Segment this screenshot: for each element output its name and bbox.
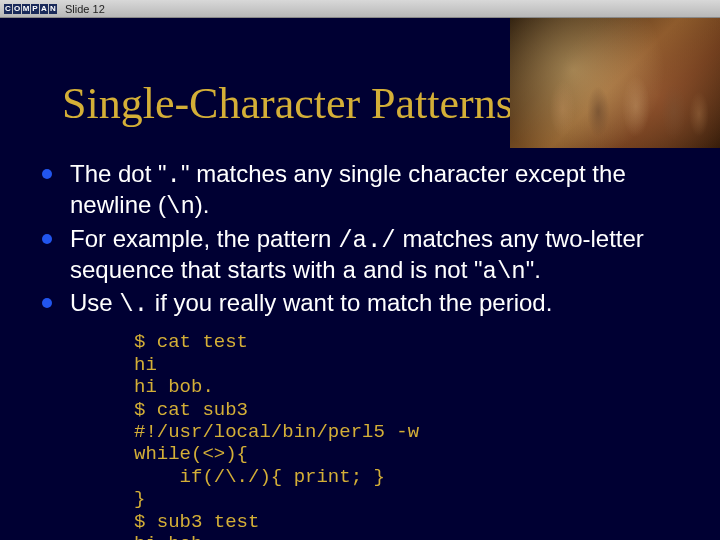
logo-letter: N [49, 4, 57, 14]
inline-code: a [342, 258, 356, 285]
logo-letter: P [31, 4, 39, 14]
logo-letter: M [22, 4, 30, 14]
decorative-painting-image [510, 18, 720, 148]
inline-code: a\n [483, 258, 526, 285]
inline-code: /a./ [338, 227, 396, 254]
inline-code: . [167, 162, 181, 189]
top-toolbar: C O M P A N Slide 12 [0, 0, 720, 18]
slide-body: The dot "." matches any single character… [0, 129, 720, 540]
text: ). [195, 191, 210, 218]
logo-letter: C [4, 4, 12, 14]
logo-letter: O [13, 4, 21, 14]
text: Use [70, 289, 119, 316]
bullet-item: Use \. if you really want to match the p… [36, 288, 692, 319]
app-logo: C O M P A N [4, 4, 57, 14]
bullet-list: The dot "." matches any single character… [36, 159, 692, 319]
text: if you really want to match the period. [148, 289, 552, 316]
text: The dot " [70, 160, 167, 187]
inline-code: \. [119, 291, 148, 318]
text: For example, the pattern [70, 225, 338, 252]
bullet-item: For example, the pattern /a./ matches an… [36, 224, 692, 287]
slide-number-label: Slide 12 [65, 3, 105, 15]
text: ". [526, 256, 541, 283]
bullet-item: The dot "." matches any single character… [36, 159, 692, 222]
logo-letter: A [40, 4, 48, 14]
text: and is not " [357, 256, 483, 283]
inline-code: \n [166, 193, 195, 220]
terminal-code-block: $ cat test hi hi bob. $ cat sub3 #!/usr/… [36, 321, 692, 540]
